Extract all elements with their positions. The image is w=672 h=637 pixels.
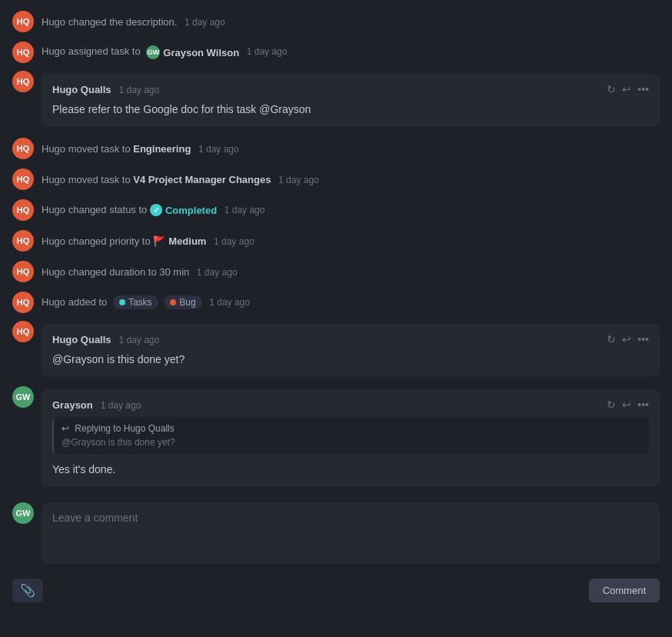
mention: @Grayson <box>259 103 311 115</box>
comment-bubble-2: Hugo Qualls 1 day ago ↻ ↩ ••• @Grayson i… <box>42 324 660 377</box>
reply-to-author: Replying to Hugo Qualls <box>75 423 174 434</box>
react-button[interactable]: ↻ <box>607 83 616 95</box>
avatar-hq: HQ <box>12 261 34 282</box>
avatar-hq: HQ <box>12 199 34 221</box>
reply-button[interactable]: ↩ <box>622 83 631 95</box>
comment-header: Hugo Qualls 1 day ago ↻ ↩ ••• <box>52 83 649 95</box>
comment-actions: ↻ ↩ ••• <box>607 399 649 411</box>
comment-header: Hugo Qualls 1 day ago ↻ ↩ ••• <box>52 333 649 345</box>
comment-actions: ↻ ↩ ••• <box>607 333 649 345</box>
react-button[interactable]: ↻ <box>607 333 616 345</box>
activity-row: HQ Hugo changed the description. 1 day a… <box>12 6 660 37</box>
avatar-gw-input: GW <box>12 502 34 524</box>
avatar-hq: HQ <box>12 292 34 313</box>
dot-teal <box>119 299 125 305</box>
status-label: Completed <box>165 205 217 216</box>
timestamp: 1 day ago <box>209 297 250 308</box>
more-button[interactable]: ••• <box>637 83 649 95</box>
tag-bug: Bug <box>164 295 201 309</box>
comment-row-2: HQ Hugo Qualls 1 day ago ↻ ↩ ••• @Grayso… <box>12 318 660 383</box>
comment-input[interactable] <box>42 502 660 564</box>
timestamp: 1 day ago <box>185 17 225 28</box>
comment-header: Grayson 1 day ago ↻ ↩ ••• <box>52 399 649 411</box>
comment-author: Hugo Qualls <box>52 334 111 345</box>
more-button[interactable]: ••• <box>637 333 649 345</box>
completed-icon: ✓ <box>150 204 162 216</box>
avatar-hq: HQ <box>12 168 34 190</box>
avatar-hq: HQ <box>12 71 34 92</box>
activity-row: HQ Hugo changed priority to 🚩 Medium 1 d… <box>12 225 660 256</box>
react-button[interactable]: ↻ <box>607 399 616 411</box>
tag-tasks: Tasks <box>113 295 158 309</box>
activity-row: HQ Hugo added to Tasks Bug 1 day ago <box>12 287 660 318</box>
timestamp: 1 day ago <box>214 236 254 247</box>
timestamp: 1 day ago <box>198 144 239 155</box>
mention: @Grayson <box>52 353 104 365</box>
reply-button[interactable]: ↩ <box>622 399 631 411</box>
avatar-hq: HQ <box>12 42 34 63</box>
comment-timestamp: 1 day ago <box>118 335 159 345</box>
comment-body: Please refer to the Google doc for this … <box>52 102 649 118</box>
activity-assigned-text: Hugo assigned task to <box>42 45 141 57</box>
comment-toolbar: 📎 Comment <box>12 572 660 609</box>
activity-row: HQ Hugo assigned task to GW Grayson Wils… <box>12 37 660 68</box>
assigned-to-name: Grayson Wilson <box>163 47 239 58</box>
comment-row-1: HQ Hugo Qualls 1 day ago ↻ ↩ ••• Please … <box>12 68 660 133</box>
more-button[interactable]: ••• <box>637 399 649 411</box>
dot-red <box>170 299 176 305</box>
moved-to-engineering: Engineering <box>133 143 191 155</box>
quoted-text: @Grayson is this done yet? <box>62 437 641 448</box>
status-completed: ✓ Completed <box>150 204 217 216</box>
avatar-hq: HQ <box>12 321 34 342</box>
comment-body: Yes it's done. <box>52 462 649 478</box>
comment-author: Grayson <box>52 399 93 411</box>
activity-row: HQ Hugo moved task to V4 Project Manager… <box>12 164 660 195</box>
comment-timestamp: 1 day ago <box>101 400 141 411</box>
comment-timestamp: 1 day ago <box>118 85 159 95</box>
reply-icon: ↩ <box>62 423 69 434</box>
comment-body: @Grayson is this done yet? <box>52 352 649 368</box>
comment-input-row: GW <box>12 499 660 569</box>
attach-button[interactable]: 📎 <box>12 579 43 602</box>
comment-bubble-3: Grayson 1 day ago ↻ ↩ ••• ↩ Replying to … <box>42 389 660 487</box>
activity-row: HQ Hugo changed status to ✓ Completed 1 … <box>12 195 660 225</box>
activity-feed: HQ Hugo changed the description. 1 day a… <box>0 0 672 615</box>
timestamp: 1 day ago <box>247 46 288 57</box>
reply-button[interactable]: ↩ <box>622 333 631 345</box>
comment-author: Hugo Qualls <box>52 84 111 95</box>
comment-row-3: GW Grayson 1 day ago ↻ ↩ ••• ↩ Replying … <box>12 383 660 493</box>
avatar-hq: HQ <box>12 11 34 32</box>
priority-medium: 🚩 Medium <box>153 235 206 247</box>
activity-row: HQ Hugo changed duration to 30 min 1 day… <box>12 256 660 287</box>
comment-bubble-1: Hugo Qualls 1 day ago ↻ ↩ ••• Please ref… <box>42 74 660 127</box>
activity-description-text: Hugo changed the description. <box>42 16 177 28</box>
moved-to-v4: V4 Project Manager Changes <box>133 174 271 185</box>
tag-tasks-label: Tasks <box>128 297 152 308</box>
avatar-gw-small: GW <box>146 45 160 59</box>
tag-bug-label: Bug <box>179 297 195 308</box>
comment-actions: ↻ ↩ ••• <box>607 83 649 95</box>
avatar-hq: HQ <box>12 138 34 159</box>
timestamp: 1 day ago <box>197 267 238 278</box>
reply-quote: ↩ Replying to Hugo Qualls @Grayson is th… <box>52 417 649 454</box>
comment-submit-button[interactable]: Comment <box>589 579 660 602</box>
avatar-hq: HQ <box>12 230 34 252</box>
timestamp: 1 day ago <box>225 205 265 215</box>
activity-row: HQ Hugo moved task to Engineering 1 day … <box>12 133 660 164</box>
timestamp: 1 day ago <box>278 175 319 185</box>
priority-label: Medium <box>168 235 206 247</box>
flag-icon: 🚩 <box>153 235 165 247</box>
avatar-gw: GW <box>12 386 34 408</box>
